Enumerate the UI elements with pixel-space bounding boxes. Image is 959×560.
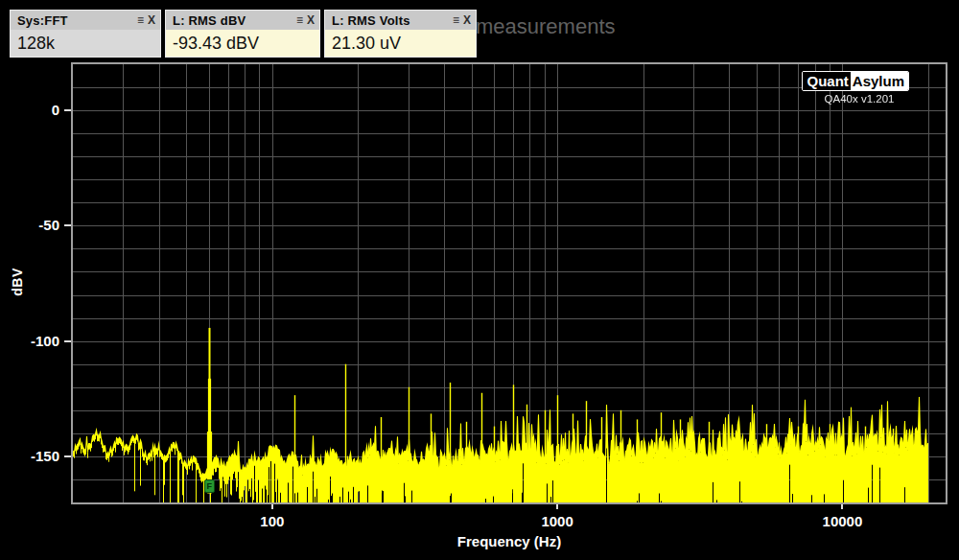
- y-tick-mark: [64, 455, 71, 457]
- y-tick-mark: [64, 109, 71, 111]
- menu-icon[interactable]: ≡: [296, 11, 303, 30]
- x-tick-label: 100: [239, 513, 306, 530]
- logo-text-left: Quant: [803, 72, 850, 90]
- panel-rms-volts: L: RMS Volts ≡ X 21.30 uV: [324, 10, 477, 58]
- panel-sys-fft: Sys:FFT ≡ X 128k: [10, 10, 161, 58]
- panel-rms-dbv-header[interactable]: L: RMS dBV ≡ X: [166, 11, 319, 30]
- close-icon[interactable]: X: [307, 11, 315, 30]
- panel-title: L: RMS Volts: [332, 13, 449, 28]
- panel-value: -93.43 dBV: [166, 30, 319, 57]
- x-tick-mark: [556, 504, 558, 509]
- y-tick-label: -100: [17, 333, 59, 350]
- background-text: measurements: [476, 14, 616, 39]
- panel-title: L: RMS dBV: [173, 13, 292, 28]
- app-window: measurements Sys:FFT ≡ X 128k L: RMS dBV…: [0, 0, 959, 560]
- panel-rms-dbv: L: RMS dBV ≡ X -93.43 dBV: [165, 10, 320, 58]
- quantasylum-logo: Quant Asylum: [802, 71, 909, 91]
- menu-icon[interactable]: ≡: [453, 11, 459, 30]
- y-axis-title: dBV: [10, 263, 25, 301]
- close-icon[interactable]: X: [463, 11, 471, 30]
- x-tick-label: 1000: [524, 513, 591, 530]
- y-tick-mark: [64, 224, 71, 226]
- firmware-version: QA40x v1.201: [802, 93, 917, 105]
- panel-value: 21.30 uV: [325, 30, 476, 57]
- x-tick-mark: [841, 504, 843, 509]
- spectrum-plot: Quant Asylum QA40x v1.201 F: [71, 62, 947, 504]
- x-axis-title: Frequency (Hz): [423, 533, 596, 549]
- close-icon[interactable]: X: [148, 11, 155, 30]
- panel-title: Sys:FFT: [17, 13, 133, 28]
- x-tick-label: 10000: [808, 513, 876, 530]
- y-tick-label: -50: [17, 217, 59, 234]
- spectrum-canvas[interactable]: [73, 64, 946, 502]
- panel-value: 128k: [11, 30, 160, 57]
- y-tick-mark: [64, 340, 71, 342]
- x-tick-mark: [271, 504, 273, 509]
- y-tick-label: 0: [17, 102, 59, 119]
- logo-text-right: Asylum: [851, 72, 908, 90]
- panel-rms-volts-header[interactable]: L: RMS Volts ≡ X: [325, 11, 476, 30]
- panel-sys-fft-header[interactable]: Sys:FFT ≡ X: [11, 11, 160, 30]
- fundamental-marker: F: [204, 479, 215, 493]
- y-tick-label: -150: [17, 448, 59, 465]
- menu-icon[interactable]: ≡: [137, 11, 144, 30]
